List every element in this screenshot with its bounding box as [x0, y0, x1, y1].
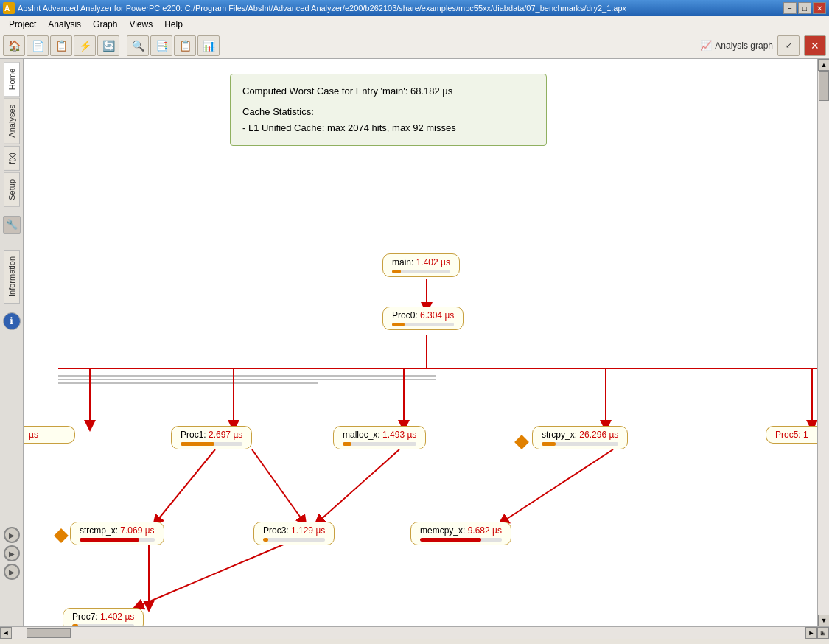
analysis-graph-label: 📈 Analysis graph: [700, 40, 773, 51]
refresh-button[interactable]: 🔄: [97, 35, 119, 56]
node-proc7-value: 1.402 µs: [100, 612, 134, 622]
statusbar: ▶ ▲ Messages ▲ Memory Usage: [0, 638, 829, 644]
scroll-track[interactable]: [818, 71, 829, 615]
toolbar-right: 📈 Analysis graph ⤢ ✕: [700, 35, 826, 56]
page-button[interactable]: 📑: [150, 35, 172, 56]
menubar: Project Analysis Graph Views Help: [0, 16, 829, 32]
hscroll-left-button[interactable]: ◄: [0, 627, 12, 639]
run-button[interactable]: ⚡: [74, 35, 96, 56]
titlebar: A AbsInt Advanced Analyzer for PowerPC e…: [0, 0, 829, 16]
node-proc1-value: 2.697 µs: [209, 430, 242, 440]
minimize-button[interactable]: −: [783, 2, 797, 14]
node-proc1-label: Proc1:: [181, 430, 209, 440]
node-proc3-bar-fill: [263, 538, 268, 542]
node-main-value: 1.402 µs: [416, 257, 450, 267]
node-proc0[interactable]: Proc0: 6.304 µs: [382, 307, 464, 330]
node-proc3[interactable]: Proc3: 1.129 µs: [253, 522, 335, 545]
svg-line-14: [252, 449, 304, 522]
svg-line-15: [318, 449, 399, 522]
node-strcpy-x[interactable]: strcpy_x: 26.296 µs: [532, 426, 628, 449]
play-button-3[interactable]: ▶: [4, 564, 20, 580]
node-proc7[interactable]: Proc7: 1.402 µs: [63, 608, 144, 626]
left-sidebar: Home Analyses f(x) Setup 🔧 Information ℹ…: [0, 59, 24, 626]
node-proc0-value: 6.304 µs: [420, 310, 454, 321]
hscroll-track[interactable]: [12, 627, 805, 639]
info-line3: - L1 Unified Cache: max 2074 hits, max 9…: [242, 120, 534, 136]
analysis-graph-icon: 📈: [700, 40, 712, 51]
graph-area: Computed Worst Case for Entry 'main': 68…: [24, 59, 817, 626]
node-memcpy-value: 9.682 µs: [468, 525, 502, 536]
main-layout: Home Analyses f(x) Setup 🔧 Information ℹ…: [0, 59, 829, 626]
node-proc3-bar: [263, 538, 325, 542]
close-button[interactable]: ✕: [813, 2, 826, 14]
node-strcpy-label: strcpy_x:: [542, 430, 579, 440]
node-proc1[interactable]: Proc1: 2.697 µs: [171, 426, 252, 449]
node-proc3-value: 1.129 µs: [291, 525, 325, 536]
sidebar-tab-analyses[interactable]: Analyses: [4, 98, 20, 144]
node-proc7-label: Proc7:: [72, 612, 100, 622]
node-strcpy-bar: [542, 442, 618, 446]
node-proc1-bar-fill: [181, 442, 214, 446]
node-main-label: main:: [392, 257, 416, 267]
node-proc1-bar: [181, 442, 242, 446]
menu-views[interactable]: Views: [123, 18, 158, 31]
hscroll-corner: ⊞: [817, 627, 829, 639]
expand-button[interactable]: ⤢: [777, 35, 800, 56]
arrow-indicator-strcpy: [514, 435, 529, 449]
scroll-up-button[interactable]: ▲: [818, 59, 829, 71]
node-proc0-bar-fill: [392, 323, 405, 326]
zoom-button[interactable]: 🔍: [127, 35, 149, 56]
node-strcpy-bar-fill: [542, 442, 556, 446]
analyses-button[interactable]: 📋: [50, 35, 72, 56]
scroll-thumb[interactable]: [819, 71, 829, 101]
menu-help[interactable]: Help: [158, 18, 189, 31]
toolbar: 🏠 📄 📋 ⚡ 🔄 🔍 📑 📋 📊 📈 Analysis graph ⤢ ✕: [0, 32, 829, 59]
node-strcmp-x[interactable]: strcmp_x: 7.069 µs: [70, 522, 164, 545]
node-strcmp-label: strcmp_x:: [80, 525, 120, 536]
node-proc5-value: 1: [803, 430, 808, 440]
node-proc0-label: Proc0:: [392, 310, 420, 321]
svg-line-18: [138, 544, 285, 606]
node-main-bar-fill: [392, 270, 401, 273]
play-button-1[interactable]: ▶: [4, 527, 20, 543]
node-strcmp-bar: [80, 538, 155, 542]
node-left-partial[interactable]: µs: [24, 426, 75, 444]
node-strcmp-value: 7.069 µs: [120, 525, 154, 536]
sidebar-tab-information[interactable]: Information: [4, 250, 20, 304]
home-button[interactable]: 🏠: [3, 35, 25, 56]
right-scrollbar[interactable]: ▲ ▼: [817, 59, 829, 626]
info-line2: Cache Statistics:: [242, 104, 534, 120]
svg-line-16: [503, 449, 613, 522]
node-main[interactable]: main: 1.402 µs: [382, 253, 460, 277]
sidebar-icon-info[interactable]: ℹ: [3, 312, 21, 330]
node-memcpy-x[interactable]: memcpy_x: 9.682 µs: [410, 522, 511, 545]
node-proc0-bar: [392, 323, 454, 326]
node-proc5-partial[interactable]: Proc5: 1: [766, 426, 817, 444]
play-button-2[interactable]: ▶: [4, 545, 20, 561]
app-icon: A: [3, 2, 15, 14]
sidebar-tab-setup[interactable]: Setup: [4, 172, 20, 207]
svg-line-13: [156, 449, 215, 522]
node-strcmp-bar-fill: [80, 538, 139, 542]
sidebar-tab-home[interactable]: Home: [4, 62, 20, 97]
bottom-scrollbar[interactable]: ◄ ► ⊞: [0, 626, 829, 638]
node-malloc-bar-fill: [343, 442, 351, 446]
sidebar-tab-fx[interactable]: f(x): [4, 146, 20, 171]
node-malloc-x[interactable]: malloc_x: 1.493 µs: [333, 426, 426, 449]
menu-project[interactable]: Project: [3, 18, 42, 31]
chart-button[interactable]: 📊: [197, 35, 220, 56]
close-graph-button[interactable]: ✕: [804, 35, 826, 56]
node-proc5-label: Proc5:: [775, 430, 803, 440]
maximize-button[interactable]: □: [798, 2, 811, 14]
info-box: Computed Worst Case for Entry 'main': 68…: [230, 74, 547, 146]
sidebar-icon-setup[interactable]: 🔧: [3, 216, 21, 234]
copy-button[interactable]: 📋: [174, 35, 196, 56]
menu-graph[interactable]: Graph: [87, 18, 123, 31]
node-memcpy-bar: [420, 538, 502, 542]
node-proc3-label: Proc3:: [263, 525, 291, 536]
hscroll-thumb[interactable]: [27, 628, 71, 638]
hscroll-right-button[interactable]: ►: [805, 627, 817, 639]
scroll-down-button[interactable]: ▼: [818, 615, 829, 626]
menu-analysis[interactable]: Analysis: [42, 18, 87, 31]
document-button[interactable]: 📄: [27, 35, 49, 56]
